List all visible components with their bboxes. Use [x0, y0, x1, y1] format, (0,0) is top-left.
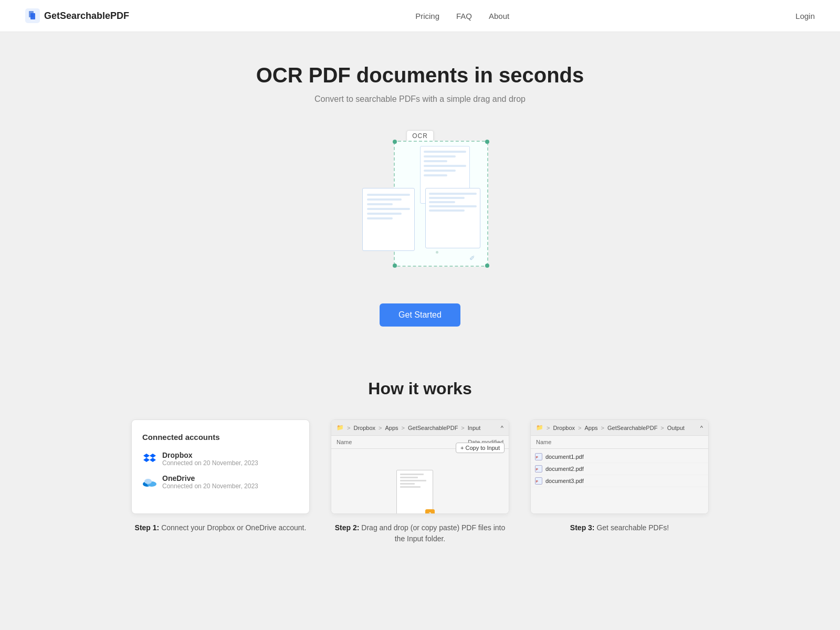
breadcrumb-gspdf: GetSearchablePDF — [408, 425, 458, 431]
dropbox-icon — [142, 452, 157, 466]
svg-text:P: P — [536, 468, 538, 471]
onedrive-name: OneDrive — [162, 474, 258, 482]
connected-accounts-title: Connected accounts — [142, 433, 299, 442]
step-3-explorer: 📁 > Dropbox > Apps > GetSearchablePDF > … — [531, 420, 708, 513]
svg-point-5 — [144, 479, 152, 484]
svg-text:P: P — [536, 480, 538, 483]
step-2-label: Step 2: Drag and drop (or copy paste) PD… — [331, 522, 509, 544]
dropbox-info: Dropbox Connected on 20 November, 2023 — [162, 451, 258, 467]
step-3-header: Name — [531, 436, 708, 449]
file-3-name: document3.pdf — [545, 478, 584, 484]
hero-section: OCR PDF documents in seconds Convert to … — [0, 32, 840, 348]
step-3-breadcrumb: 📁 > Dropbox > Apps > GetSearchablePDF > … — [531, 420, 708, 436]
pdf-icon-1: P — [535, 453, 542, 460]
step-3-desc: Get searchable PDFs! — [596, 523, 669, 532]
step-3-card: 📁 > Dropbox > Apps > GetSearchablePDF > … — [530, 419, 709, 544]
logo[interactable]: GetSearchablePDF — [25, 8, 129, 23]
onedrive-account-row: OneDrive Connected on 20 November, 2023 — [142, 474, 299, 490]
dropbox-date: Connected on 20 November, 2023 — [162, 459, 258, 467]
login-button[interactable]: Login — [795, 12, 815, 20]
pdf-icon-2: P — [535, 465, 542, 472]
logo-text: GetSearchablePDF — [44, 10, 129, 22]
step-2-desc: Drag and drop (or copy paste) PDF files … — [361, 523, 505, 543]
svg-rect-2 — [30, 13, 35, 19]
bc3-apps: Apps — [584, 425, 597, 431]
steps-grid: Connected accounts Dropbox Connected on … — [105, 419, 735, 544]
breadcrumb-apps: Apps — [385, 425, 398, 431]
col-name-3: Name — [536, 439, 551, 445]
ocr-badge: OCR — [406, 130, 434, 142]
logo-icon — [25, 8, 40, 23]
how-it-works-section: How it works Connected accounts Dropbox — [0, 348, 840, 576]
breadcrumb-input: Input — [468, 425, 480, 431]
onedrive-info: OneDrive Connected on 20 November, 2023 — [162, 474, 258, 490]
svg-text:P: P — [536, 456, 538, 459]
step-3-files: P document1.pdf P — [531, 449, 708, 489]
pdf-icon-3: P — [535, 477, 542, 485]
step-3-image: 📁 > Dropbox > Apps > GetSearchablePDF > … — [530, 419, 709, 514]
doc-right — [425, 188, 480, 248]
copy-to-input-button[interactable]: + Copy to Input — [456, 443, 505, 453]
step-1-num: Step 1: — [135, 523, 160, 532]
corner-dot-tr — [485, 140, 489, 144]
breadcrumb-dropbox: Dropbox — [353, 425, 375, 431]
dropbox-name: Dropbox — [162, 451, 258, 459]
thumb-badge: 3 — [425, 509, 435, 514]
onedrive-icon — [142, 475, 157, 489]
step-1-label: Step 1: Connect your Dropbox or OneDrive… — [131, 522, 310, 533]
col-name: Name — [337, 439, 352, 445]
file-thumbnail: 3 — [396, 470, 444, 514]
output-file-1: P document1.pdf — [531, 451, 708, 463]
nav-faq[interactable]: FAQ — [456, 12, 472, 20]
folder-icon-3: 📁 — [536, 424, 543, 431]
step-1-image: Connected accounts Dropbox Connected on … — [131, 419, 310, 514]
hero-subtitle: Convert to searchable PDFs with a simple… — [10, 94, 830, 104]
nav-about[interactable]: About — [489, 12, 509, 20]
how-it-works-title: How it works — [10, 379, 830, 398]
nav-pricing[interactable]: Pricing — [415, 12, 439, 20]
doc-left — [362, 188, 415, 251]
thumb-page: 3 — [396, 470, 433, 514]
file-1-name: document1.pdf — [545, 454, 584, 460]
step-2-explorer: 📁 > Dropbox > Apps > GetSearchablePDF > … — [331, 420, 509, 513]
nav-links: Pricing FAQ About — [415, 12, 509, 20]
bc3-gspdf: GetSearchablePDF — [607, 425, 657, 431]
navbar: GetSearchablePDF Pricing FAQ About Login — [0, 0, 840, 32]
corner-dot-tl — [393, 140, 397, 144]
corner-dot-bl — [393, 264, 397, 268]
scatter-dot-3 — [436, 251, 438, 254]
folder-icon: 📁 — [337, 424, 344, 431]
dropbox-account-row: Dropbox Connected on 20 November, 2023 — [142, 451, 299, 467]
step-3-label: Step 3: Get searchable PDFs! — [530, 522, 709, 533]
output-file-2: P document2.pdf — [531, 463, 708, 475]
corner-dot-br — [485, 264, 489, 268]
hero-illustration: OCR ✏ ✏ — [341, 125, 499, 282]
step-3-num: Step 3: — [570, 523, 595, 532]
step-2-num: Step 2: — [335, 523, 360, 532]
bc3-dropbox: Dropbox — [553, 425, 575, 431]
bc3-output: Output — [667, 425, 685, 431]
step-1-desc: Connect your Dropbox or OneDrive account… — [161, 523, 306, 532]
step-2-image: 📁 > Dropbox > Apps > GetSearchablePDF > … — [331, 419, 509, 514]
output-file-3: P document3.pdf — [531, 475, 708, 487]
get-started-button[interactable]: Get Started — [380, 303, 460, 327]
step-2-card: 📁 > Dropbox > Apps > GetSearchablePDF > … — [331, 419, 509, 544]
hero-title: OCR PDF documents in seconds — [10, 64, 830, 87]
onedrive-date: Connected on 20 November, 2023 — [162, 482, 258, 490]
step-2-breadcrumb: 📁 > Dropbox > Apps > GetSearchablePDF > … — [331, 420, 509, 436]
file-2-name: document2.pdf — [545, 466, 584, 472]
step-2-body: 3 + Copy to Input — [331, 449, 509, 457]
step-1-card: Connected accounts Dropbox Connected on … — [131, 419, 310, 544]
